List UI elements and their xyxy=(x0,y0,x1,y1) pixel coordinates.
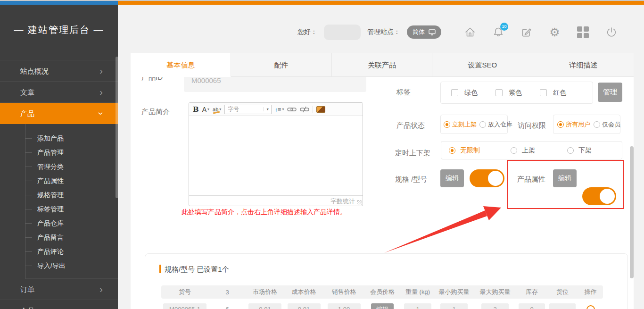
tag-option-red[interactable]: 红色 xyxy=(540,89,566,97)
min-buy-input[interactable]: 1 xyxy=(440,303,468,309)
settings-button[interactable]: ⚙ xyxy=(548,26,561,39)
form-scroll-area: 产品ID M000065 产品简介 B A ▾ ab ▾ 字号 ▾ ↕≡ ▾ xyxy=(131,77,634,309)
checkbox-icon xyxy=(451,89,458,96)
radio-label: 上架 xyxy=(522,146,535,155)
submenu-item-product-warehouse[interactable]: 产品仓库 xyxy=(25,216,118,230)
radio-icon xyxy=(479,121,486,128)
manage-tags-button[interactable]: 管理 xyxy=(598,83,622,102)
max-buy-input[interactable]: 2 xyxy=(481,303,509,309)
spec-value: 6 xyxy=(225,303,229,309)
weight-input[interactable]: 1 xyxy=(404,303,431,309)
spec-model-label: 规格 /型号 xyxy=(395,175,427,184)
toggle-knob xyxy=(599,188,616,205)
submenu-item-product-messages[interactable]: 产品留言 xyxy=(25,230,118,244)
language-switch-button[interactable]: 简体 xyxy=(407,25,441,39)
col-stock: 库存 xyxy=(517,288,547,296)
header: 您好： 管理站点： 简体 10 xyxy=(118,5,644,53)
submenu-item-category-management[interactable]: 管理分类 xyxy=(25,159,118,174)
attrs-toggle[interactable] xyxy=(582,187,616,205)
tag-option-green[interactable]: 绿色 xyxy=(451,89,478,97)
bold-icon[interactable]: B xyxy=(193,105,199,114)
radio-all-users[interactable]: 所有用户 xyxy=(557,120,590,129)
highlight-button[interactable]: ab ▾ xyxy=(213,107,221,112)
radio-on-shelf-now[interactable]: 立刻上架 xyxy=(444,120,477,129)
radio-off-shelf[interactable]: 下架 xyxy=(567,146,592,155)
radio-no-limit[interactable]: 无限制 xyxy=(449,146,480,155)
product-id-label: 产品ID xyxy=(141,77,163,82)
sidebar-item-members[interactable]: 会员 › xyxy=(0,300,118,309)
products-submenu: 添加产品 产品管理 管理分类 产品属性 规格管理 标签管理 产品仓库 产品留言 … xyxy=(25,124,118,279)
submenu-item-product-reviews[interactable]: 产品评论 xyxy=(25,244,118,259)
compose-button[interactable] xyxy=(520,26,533,39)
sidebar-item-products[interactable]: 产品 › xyxy=(0,103,118,124)
word-count-label: 字数统计 xyxy=(330,197,355,206)
sku-input[interactable]: M000065-1 xyxy=(163,303,206,309)
tab-accessories[interactable]: 配件 xyxy=(231,53,331,77)
spec-section-card: 规格/型号 已设置1个 货号 3 市场价格 成本价格 销售价格 会员价格 重量 … xyxy=(145,253,628,309)
line-height-button[interactable]: ↕≡ ▾ xyxy=(275,106,284,113)
caret-down-icon: ▾ xyxy=(219,107,221,111)
tag-option-label: 绿色 xyxy=(464,89,478,97)
radio-members-only[interactable]: 仅会员 xyxy=(594,120,620,129)
sidebar-item-label: 订单 xyxy=(20,285,34,293)
submenu-item-product-management[interactable]: 产品管理 xyxy=(25,145,118,159)
tab-related-products[interactable]: 关联产品 xyxy=(332,53,432,77)
sidebar-item-orders[interactable]: 订单 › xyxy=(0,279,118,300)
tab-seo[interactable]: 设置SEO xyxy=(432,53,533,77)
col-sku: 货号 xyxy=(161,288,208,296)
submenu-item-product-attributes[interactable]: 产品属性 xyxy=(25,174,118,188)
submenu-item-spec-management[interactable]: 规格管理 xyxy=(25,188,118,202)
attrs-edit-button[interactable]: 编辑 xyxy=(553,169,577,187)
spec-edit-button[interactable]: 编辑 xyxy=(440,169,464,187)
tag-option-purple[interactable]: 紫色 xyxy=(495,89,522,97)
notifications-button[interactable]: 10 xyxy=(492,26,504,39)
submenu-item-add-product[interactable]: 添加产品 xyxy=(25,131,118,145)
highlight-icon: ab xyxy=(213,107,218,112)
notification-badge: 10 xyxy=(500,23,508,31)
sidebar-item-articles[interactable]: 文章 › xyxy=(0,82,118,103)
sale-price-input[interactable]: 1.00 xyxy=(328,303,361,309)
sidebar-scrollbar-thumb[interactable] xyxy=(116,57,118,198)
editor-body[interactable] xyxy=(189,116,363,195)
cost-price-input[interactable]: 0.01 xyxy=(288,303,321,309)
checkbox-icon xyxy=(495,89,503,96)
spec-table-header: 货号 3 市场价格 成本价格 销售价格 会员价格 重量 (kg) 最小购买量 最… xyxy=(161,285,603,299)
tab-basic-info[interactable]: 基本信息 xyxy=(131,53,231,77)
radio-on-shelf[interactable]: 上架 xyxy=(511,146,535,155)
product-status-label: 产品状态 xyxy=(396,121,425,130)
market-price-input[interactable]: 0.01 xyxy=(248,303,281,309)
redacted-username xyxy=(324,25,361,40)
sidebar-item-site-overview[interactable]: 站点概况 › xyxy=(0,60,118,82)
product-attrs-label: 产品属性 xyxy=(517,175,545,184)
logout-button[interactable] xyxy=(605,26,618,39)
tab-detail-description[interactable]: 详细描述 xyxy=(533,53,634,77)
power-icon xyxy=(605,26,618,38)
location-input[interactable] xyxy=(549,303,576,309)
apps-button[interactable] xyxy=(577,26,589,39)
remove-link-button[interactable] xyxy=(300,106,309,113)
submenu-item-import-export[interactable]: 导入/导出 xyxy=(25,259,118,273)
insert-link-button[interactable] xyxy=(287,107,297,112)
insert-image-button[interactable] xyxy=(316,106,325,113)
unlink-icon xyxy=(300,106,309,113)
member-price-edit-button[interactable]: 编辑 xyxy=(371,303,394,309)
radio-to-warehouse[interactable]: 放入仓库 xyxy=(479,120,512,129)
toolbar-separator xyxy=(313,106,313,113)
row-action-icon[interactable] xyxy=(586,305,595,309)
sidebar-item-label: 文章 xyxy=(20,88,34,96)
col-sale-price: 销售价格 xyxy=(324,288,364,296)
font-color-button[interactable]: A ▾ xyxy=(202,106,209,113)
chevron-right-icon: › xyxy=(99,82,103,103)
image-icon xyxy=(316,106,325,113)
resize-grip[interactable] xyxy=(357,200,362,205)
stock-input[interactable]: 0 xyxy=(519,303,545,309)
font-size-select[interactable]: 字号 ▾ xyxy=(224,105,272,114)
home-button[interactable] xyxy=(463,26,476,39)
submenu-item-tag-management[interactable]: 标签管理 xyxy=(25,202,118,216)
product-id-input[interactable]: M000065 xyxy=(184,77,366,92)
rich-text-editor: B A ▾ ab ▾ 字号 ▾ ↕≡ ▾ xyxy=(189,102,363,206)
spec-toggle[interactable] xyxy=(470,169,504,187)
col-cost-price: 成本价格 xyxy=(284,288,324,296)
language-label: 简体 xyxy=(413,28,425,36)
page-scrollbar-thumb[interactable] xyxy=(630,146,634,278)
